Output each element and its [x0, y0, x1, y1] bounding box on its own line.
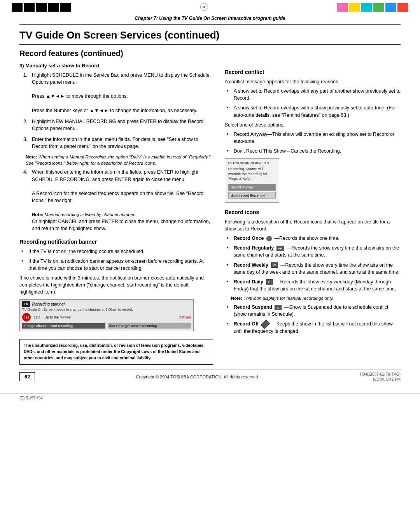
cb-text-2: A show set to Record overlaps with a sho… — [234, 104, 401, 118]
icon-item-suspend: • Record Suspend S —Show is Suspended du… — [227, 304, 401, 318]
ri-text-4: Record Daily D —Records the show every w… — [234, 278, 401, 292]
record-icons-list-2: • Record Suspend S —Show is Suspended du… — [225, 304, 401, 335]
ri-sym-4: • — [227, 278, 231, 292]
icon-off-label: Record Off — [234, 321, 259, 327]
cb-text-1: A show set to Record overlaps with any p… — [234, 88, 401, 102]
ri-sym-5: • — [227, 304, 231, 318]
notification-para: If no choice is made within 3 minutes, t… — [19, 274, 213, 295]
icon-wk-label: Record Weekly — [234, 262, 268, 268]
step-num-2: 2. — [23, 118, 30, 132]
notification-bullet-2-text: If the TV is on, a notification banner a… — [28, 258, 213, 272]
record-weekly-icon: W — [271, 262, 278, 268]
bar-red — [397, 3, 408, 12]
step-num-4: 4. — [23, 169, 30, 232]
icon-item-daily: • Record Daily D —Records the show every… — [227, 278, 401, 292]
notification-heading: Recording notification banner — [19, 239, 213, 245]
icon-daily-label: Record Daily — [234, 279, 263, 285]
ss-show: Up to the Minute — [45, 315, 177, 319]
conflict-option-1: • Record Anyway—This show will override … — [227, 131, 401, 145]
note-1-text: When setting a Manual Recording, the opt… — [26, 155, 210, 165]
icon-reg-label: Record Regularly — [234, 245, 274, 251]
conflict-screenshot-box: RECORDING CONFLICT! Recording "Maury" wi… — [225, 158, 279, 203]
record-reg-icon: RR — [276, 246, 284, 251]
bar-block-3 — [36, 3, 47, 12]
notification-bullets: • If the TV is not on, the recording occ… — [19, 248, 213, 272]
ss-btn2: don't change; cancel recording — [108, 323, 191, 329]
conflict-heading: Record conflict — [225, 69, 401, 75]
top-bars — [0, 0, 420, 12]
footer-doc-right: 8/3/04, 5:42 PM — [373, 377, 401, 382]
record-icons-list: • Record Once —Records the show one time… — [225, 235, 401, 292]
page-content: Chapter 7: Using the TV Guide On Screen … — [0, 12, 420, 393]
step-3: 3. Enter the information in the panel me… — [23, 136, 213, 150]
ss-title: Recording starting! — [32, 302, 191, 306]
footer-info: H94(E)057-62(7b-TVG) 8/3/04, 5:42 PM — [360, 372, 401, 382]
co-text-2: Don't Record This Show—Cancels the Recor… — [234, 148, 341, 155]
conflict-btn-2[interactable]: don't record this show — [228, 192, 276, 199]
ss-num: 12.1 — [34, 315, 41, 319]
co-sym-2: • — [227, 148, 231, 155]
conflict-select-label: Select one of these options: — [225, 121, 401, 128]
ss-channel-icon: CBS — [22, 313, 31, 322]
conflict-option-2: • Don't Record This Show—Cancels the Rec… — [227, 148, 401, 155]
co-text-1: Record Anyway—This show will override an… — [234, 131, 401, 145]
tv-icon: TV — [22, 301, 30, 307]
page-footer: 62 Copyright © 2004 TOSHIBA CORPORATION.… — [19, 369, 401, 382]
record-suspend-icon: S — [275, 305, 282, 310]
ri-text-6: Record Off —Keeps the show in the list b… — [234, 320, 401, 334]
left-column: 3) Manually set a show to Record 1. High… — [19, 63, 213, 365]
icon-once-desc: —Records the show one time. — [274, 236, 339, 241]
ss-time: 2:01am — [179, 315, 191, 319]
steps-list: 1. Highlight SCHEDULE in the Service Bar… — [19, 72, 213, 150]
step-1-content: Highlight SCHEDULE in the Service Bar, a… — [32, 72, 213, 114]
conflict-ss-title: RECORDING CONFLICT! — [228, 161, 276, 165]
bottom-bar: (E) 51/57H94 — [0, 393, 420, 402]
step-num-1: 1. — [23, 72, 30, 114]
top-bar-right — [337, 3, 408, 12]
chapter-header-text: Chapter 7: Using the TV Guide On Screen … — [135, 16, 285, 21]
step-4-content: When finished entering the information i… — [32, 169, 213, 232]
record-daily-icon: D — [266, 279, 273, 285]
notification-bullet-1-text: If the TV is not on, the recording occur… — [28, 248, 145, 255]
record-once-icon — [266, 236, 272, 241]
step-4: 4. When finished entering the informatio… — [23, 169, 213, 232]
bullet-sym-2: • — [21, 258, 26, 272]
bar-blue — [385, 3, 396, 12]
recording-screenshot: TV Recording starting! TV Guide On Scree… — [19, 299, 194, 331]
icon-item-off: • Record Off —Keeps the show in the list… — [227, 320, 401, 334]
step3-heading: 3) Manually set a show to Record — [19, 63, 213, 69]
note-daily-text: This icon displays for manual recordings… — [243, 296, 334, 301]
footer-copyright: Copyright © 2004 TOSHIBA CORPORATION. Al… — [136, 375, 259, 379]
compass-icon — [200, 3, 208, 11]
conflict-ss-text: Recording "Maury" will override the reco… — [228, 167, 276, 181]
bar-cyan — [361, 3, 372, 12]
bottom-left: (E) 51/57H94 — [19, 396, 42, 400]
conflict-btn-1[interactable]: record anyway — [228, 184, 276, 191]
legal-text: The unauthorized recording, use, distrib… — [24, 343, 205, 360]
conflict-options: • Record Anyway—This show will override … — [225, 131, 401, 155]
top-bar-left — [12, 3, 71, 12]
note-daily: Note: This icon displays for manual reco… — [231, 295, 401, 301]
notification-bullet-2: • If the TV is on, a notification banner… — [21, 258, 213, 272]
ss-btn1: change channel; start recording — [22, 323, 105, 329]
step-3-content: Enter the information in the panel menu … — [32, 136, 213, 150]
ri-text-2: Record Regularly RR —Records the show ev… — [234, 244, 401, 258]
ri-text-1: Record Once —Records the show one time. — [234, 235, 340, 242]
bar-block-5 — [60, 3, 71, 12]
step-1: 1. Highlight SCHEDULE in the Service Bar… — [23, 72, 213, 114]
ri-sym-2: • — [227, 244, 231, 258]
steps-list-2: 4. When finished entering the informatio… — [19, 169, 213, 232]
bar-block-4 — [48, 3, 59, 12]
icon-suspend-label: Record Suspend — [234, 304, 272, 310]
co-sym-1: • — [227, 131, 231, 145]
bar-yellow — [349, 3, 360, 12]
ri-sym-6: • — [227, 320, 231, 334]
record-off-icon — [261, 320, 270, 329]
notification-bullet-1: • If the TV is not on, the recording occ… — [21, 248, 213, 255]
legal-box: The unauthorized recording, use, distrib… — [19, 339, 213, 364]
note-manual: Note: Manual recording is listed by chan… — [32, 212, 136, 217]
conflict-bullets: • A show set to Record overlaps with any… — [225, 88, 401, 119]
section-title: Record features (continued) — [19, 49, 401, 58]
icon-item-regularly: • Record Regularly RR —Records the show … — [227, 244, 401, 258]
right-column: Record conflict A conflict message appea… — [225, 63, 401, 365]
